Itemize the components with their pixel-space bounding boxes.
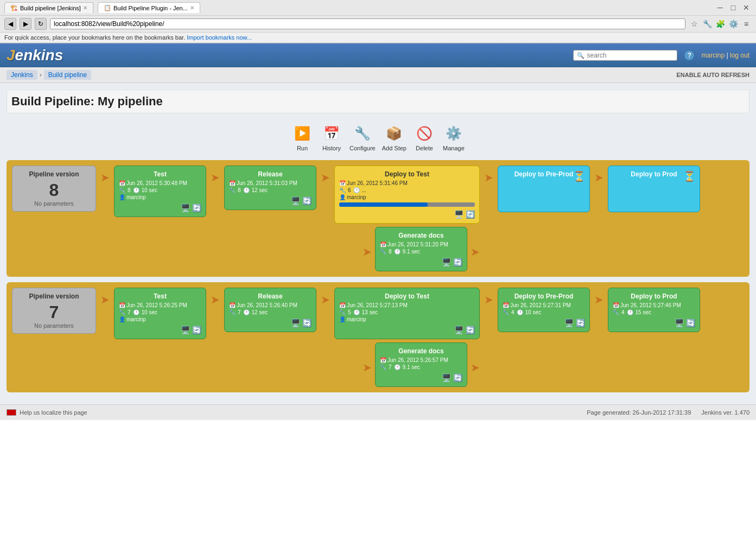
bookmark-icon[interactable]: ☆ (689, 18, 700, 29)
maximize-icon[interactable]: □ (728, 2, 739, 13)
arrow-gen-after-8: ➤ (471, 240, 480, 258)
deploy-test-meta-8: 🔧6🕐... (339, 187, 475, 193)
release-actions-7: 🖥️ 🔄 (229, 319, 312, 327)
close-icon[interactable]: ✕ (741, 2, 752, 13)
stage-test-8: Test 📅Jun 26, 2012 5:30:48 PM 🔧8🕐10 sec … (114, 166, 206, 217)
arrow-1: ➤ (100, 166, 110, 184)
puzzle-icon[interactable]: 🧩 (715, 18, 726, 29)
bookmarks-bar: For quick access, place your bookmarks h… (0, 33, 756, 43)
stage-pre-prod-7: Deploy to Pre-Prod 📅Jun 26, 2012 5:27:31… (498, 288, 590, 332)
gen-docs-meta-8: 🔧8🕐9.1 sec (380, 249, 462, 255)
header-right: 🔍 ? marcinp | log out (573, 50, 749, 61)
gen-docs-actions-8: 🖥️ 🔄 (380, 258, 462, 266)
breadcrumb-jenkins[interactable]: Jenkins (7, 70, 37, 80)
tab1-close[interactable]: ✕ (83, 5, 87, 11)
delete-button[interactable]: 🚫 Delete (413, 122, 436, 151)
browser-tab-1[interactable]: 🏗️ Build pipeline [Jenkins] ✕ (4, 2, 93, 13)
browser-tab-2[interactable]: 📋 Build Pipeline Plugin - Jen... ✕ (98, 2, 200, 13)
col-deploy-gen-7: Deploy to Test 📅Jun 26, 2012 5:27:13 PM … (334, 288, 480, 387)
auto-refresh-button[interactable]: ENABLE AUTO REFRESH (677, 72, 749, 78)
localize-text[interactable]: Help us localize this page (20, 409, 87, 416)
wrench-icon[interactable]: 🔧 (702, 18, 713, 29)
release-date-7: 📅Jun 26, 2012 5:26:40 PM (229, 302, 312, 308)
test-console-8[interactable]: 🖥️ (181, 204, 190, 212)
deploy-test-date-7: 📅Jun 26, 2012 5:27:13 PM (339, 302, 475, 308)
stage-pre-prod-8: Deploy to Pre-Prod ⏳ (498, 166, 590, 212)
back-button[interactable]: ◀ (4, 18, 16, 30)
logout-link[interactable]: log out (730, 52, 749, 59)
search-input[interactable] (587, 52, 674, 59)
pipeline-toolbar: ▶️ Run 📅 History 🔧 Configure 📦 Add Step … (7, 122, 749, 151)
gen-docs-row-8: ➤ Generate docs 📅Jun 26, 2012 5:31:20 PM… (334, 227, 480, 271)
help-button[interactable]: ? (684, 50, 695, 61)
menu-icon[interactable]: ≡ (741, 18, 752, 29)
prod-retry-7[interactable]: 🔄 (686, 319, 695, 327)
test-retry-7[interactable]: 🔄 (192, 326, 201, 334)
release-console-8[interactable]: 🖥️ (291, 196, 300, 205)
gen-docs-date-7: 📅Jun 26, 2012 5:26:57 PM (380, 357, 462, 363)
gen-docs-retry-7[interactable]: 🔄 (453, 373, 462, 382)
pre-prod-title-7: Deploy to Pre-Prod (503, 293, 585, 300)
gen-docs-console-7[interactable]: 🖥️ (442, 373, 451, 382)
stage-gen-docs-8: Generate docs 📅Jun 26, 2012 5:31:20 PM 🔧… (375, 227, 467, 271)
version-card-7: Pipeline version 7 No parameters (12, 288, 96, 334)
deploy-test-title-7: Deploy to Test (339, 293, 475, 300)
history-label: History (322, 145, 341, 151)
test-user-7: 👤marcinp (119, 316, 201, 322)
minimize-icon[interactable]: ─ (715, 2, 726, 13)
gen-docs-console-8[interactable]: 🖥️ (442, 258, 451, 266)
prod-console-7[interactable]: 🖥️ (675, 319, 684, 327)
arrow-7-4: ➤ (484, 288, 493, 306)
stage-release-7: Release 📅Jun 26, 2012 5:26:40 PM 🔧7🕐12 s… (224, 288, 316, 332)
page-title: Build Pipeline: My pipeline (7, 90, 749, 113)
deploy-test-console-7[interactable]: 🖥️ (454, 326, 463, 334)
prod-meta-7: 🔧4🕐15 sec (613, 309, 695, 315)
arrow-7-1: ➤ (100, 288, 110, 306)
gen-docs-date-8: 📅Jun 26, 2012 5:31:20 PM (380, 242, 462, 247)
pre-prod-hourglass-8: ⏳ (573, 170, 585, 182)
breadcrumb-nav: Jenkins › Build pipeline (7, 70, 91, 80)
deploy-test-title-8: Deploy to Test (339, 170, 475, 178)
arrow-5: ➤ (594, 166, 603, 184)
test-retry-8[interactable]: 🔄 (192, 204, 201, 212)
tab2-close[interactable]: ✕ (190, 5, 194, 11)
tab1-favicon: 🏗️ (10, 4, 18, 11)
deploy-test-retry-7[interactable]: 🔄 (466, 326, 475, 334)
release-meta-7: 🔧7🕐12 sec (229, 309, 312, 315)
import-bookmarks-link[interactable]: Import bookmarks now... (187, 34, 252, 41)
forward-button[interactable]: ▶ (20, 18, 31, 30)
no-params-8: No parameters (17, 200, 91, 207)
gen-docs-retry-8[interactable]: 🔄 (453, 258, 462, 266)
main-content: Build Pipeline: My pipeline ▶️ Run 📅 His… (0, 83, 756, 404)
breadcrumb-build-pipeline[interactable]: Build pipeline (44, 70, 91, 80)
test-console-7[interactable]: 🖥️ (181, 326, 190, 334)
address-bar[interactable] (50, 18, 685, 29)
release-console-7[interactable]: 🖥️ (291, 319, 300, 327)
run-button[interactable]: ▶️ Run (291, 122, 314, 151)
history-button[interactable]: 📅 History (320, 122, 343, 151)
stage-deploy-test-7: Deploy to Test 📅Jun 26, 2012 5:27:13 PM … (334, 288, 480, 339)
tab2-favicon: 📋 (104, 4, 111, 11)
deploy-test-retry-8[interactable]: 🔄 (466, 210, 475, 219)
username-link[interactable]: marcinp (701, 52, 725, 59)
add-step-button[interactable]: 📦 Add Step (382, 122, 406, 151)
configure-button[interactable]: 🔧 Configure (350, 122, 376, 151)
tab2-label: Build Pipeline Plugin - Jen... (113, 5, 188, 11)
deploy-test-date-8: 📅Jun 26, 2012 5:31:46 PM (339, 180, 475, 186)
reload-button[interactable]: ↻ (35, 18, 47, 30)
manage-button[interactable]: ⚙️ Manage (442, 122, 465, 151)
footer: Help us localize this page Page generate… (0, 404, 756, 420)
release-meta-8: 🔧8🕐12 sec (229, 187, 312, 193)
generated-text: Page generated: 26-Jun-2012 17:31:39 (587, 409, 691, 416)
pre-prod-retry-7[interactable]: 🔄 (576, 319, 585, 327)
settings-icon[interactable]: ⚙️ (728, 18, 739, 29)
pre-prod-console-7[interactable]: 🖥️ (564, 319, 574, 327)
nav-icons: ☆ 🔧 🧩 ⚙️ ≡ (689, 18, 752, 29)
release-retry-8[interactable]: 🔄 (302, 196, 312, 205)
deploy-test-console-8[interactable]: 🖥️ (454, 210, 463, 219)
manage-icon: ⚙️ (442, 122, 465, 145)
browser-chrome: 🏗️ Build pipeline [Jenkins] ✕ 📋 Build Pi… (0, 0, 756, 43)
gen-docs-title-7: Generate docs (380, 347, 462, 355)
release-retry-7[interactable]: 🔄 (302, 319, 312, 327)
history-icon: 📅 (320, 122, 343, 145)
